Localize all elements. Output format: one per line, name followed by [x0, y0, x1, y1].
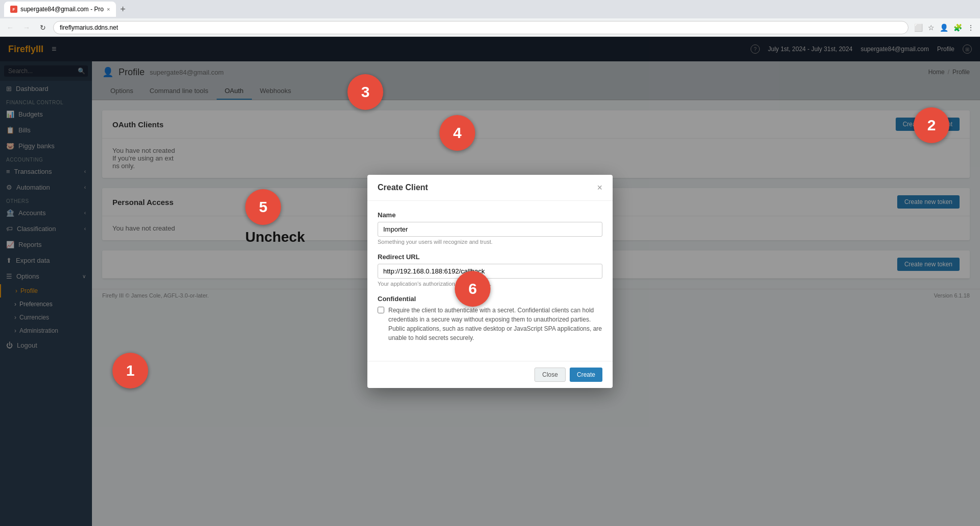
redirect-url-input[interactable]: [378, 264, 602, 279]
tab-title: supergate84@gmail.com - Pro: [20, 6, 104, 13]
modal-title: Create Client: [378, 183, 428, 192]
confidential-form-group: Confidential Require the client to authe…: [378, 295, 602, 342]
profile-avatar-icon[interactable]: 👤: [938, 22, 950, 33]
browser-toolbar: ← → ↻ ⬜ ☆ 👤 🧩 ⋮: [0, 18, 980, 37]
back-button[interactable]: ←: [4, 21, 16, 34]
new-tab-button[interactable]: +: [118, 2, 128, 17]
reload-button[interactable]: ↻: [37, 21, 49, 34]
modal-create-btn[interactable]: Create: [570, 368, 602, 382]
tab-favicon: F: [10, 6, 17, 13]
tab-close-button[interactable]: ×: [107, 6, 110, 12]
name-form-group: Name Something your users will recognize…: [378, 211, 602, 245]
browser-tab[interactable]: F supergate84@gmail.com - Pro ×: [4, 2, 116, 17]
address-bar[interactable]: [53, 21, 908, 34]
cast-icon: ⬜: [913, 22, 924, 33]
modal-footer: Close Create: [367, 361, 613, 388]
redirect-url-hint: Your application's authorization callbac…: [378, 281, 602, 287]
modal-close-button[interactable]: ×: [597, 183, 602, 192]
name-label: Name: [378, 211, 602, 219]
redirect-url-label: Redirect URL: [378, 253, 602, 261]
redirect-url-form-group: Redirect URL Your application's authoriz…: [378, 253, 602, 287]
confidential-checkbox[interactable]: [378, 307, 384, 313]
modal-header: Create Client ×: [367, 175, 613, 201]
create-client-modal: Create Client × Name Something your user…: [367, 175, 613, 388]
name-hint: Something your users will recognize and …: [378, 239, 602, 245]
modal-body: Name Something your users will recognize…: [367, 201, 613, 361]
menu-icon[interactable]: ⋮: [966, 22, 976, 33]
bookmark-icon[interactable]: ☆: [926, 22, 936, 33]
modal-overlay: Create Client × Name Something your user…: [0, 37, 980, 526]
confidential-label: Confidential: [378, 295, 602, 303]
confidential-description: Require the client to authenticate with …: [388, 306, 602, 342]
extensions-icon[interactable]: 🧩: [952, 22, 964, 33]
modal-close-btn[interactable]: Close: [534, 368, 566, 382]
browser-titlebar: F supergate84@gmail.com - Pro × +: [0, 0, 980, 18]
name-input[interactable]: [378, 222, 602, 237]
forward-button[interactable]: →: [20, 21, 33, 34]
